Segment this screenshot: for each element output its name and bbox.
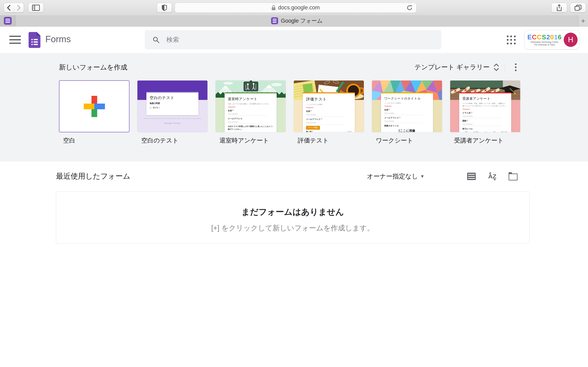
lock-icon xyxy=(272,5,276,10)
refresh-icon xyxy=(406,5,413,11)
tab-overview-button[interactable] xyxy=(570,3,586,12)
thumb-form-card: 空白のテスト 無題の問題 選択肢 1 xyxy=(146,92,199,115)
recent-section: 最近使用したフォーム オーナー指定なし ▾ AZ まだフォームはありません [+… xyxy=(0,161,588,244)
forms-favicon-icon xyxy=(4,17,12,25)
template-card-course-evaluation[interactable]: 受講者アンケート コースの構成、内容、講師についてのご意見・ご感想など、修了した… xyxy=(450,80,520,132)
template-section: 新しいフォームを作成 テンプレート ギャラリー 空白 xyxy=(0,53,588,161)
dropdown-arrow-icon: ▾ xyxy=(421,173,424,179)
template-card-blank[interactable] xyxy=(59,80,130,132)
template-gallery-label: テンプレート ギャラリー xyxy=(415,63,490,72)
thumb-form-card: 受講者アンケート コースの構成、内容、講師についてのご意見・ご感想など、修了した… xyxy=(459,92,511,132)
plus-icon: + xyxy=(581,17,585,25)
forward-button[interactable] xyxy=(14,3,24,12)
empty-state: まだフォームはありません [+] をクリックして新しいフォームを作成します。 xyxy=(56,192,529,244)
forms-logo-icon[interactable] xyxy=(29,32,40,48)
privacy-report-button[interactable] xyxy=(157,3,172,12)
template-gallery-button[interactable]: テンプレート ギャラリー xyxy=(415,63,499,72)
search-input[interactable] xyxy=(166,36,433,43)
template-label: 空白のテスト xyxy=(141,136,208,145)
open-file-picker-button[interactable] xyxy=(508,171,518,181)
thumb-form-card: 評価テスト ここにテキストを挿入。 *Required 名前 * Your an… xyxy=(303,92,355,132)
pinned-tab-forms[interactable] xyxy=(0,15,16,26)
forms-header: Forms ECCS2016 Information Technology Ce… xyxy=(0,26,588,53)
shield-icon xyxy=(162,4,167,11)
sidebar-icon xyxy=(32,5,40,11)
list-view-icon xyxy=(467,173,476,180)
divider xyxy=(505,63,505,72)
template-card-worksheet[interactable]: ワークシートのタイトル ここにテキストを挿入。 *Required 名前 * Y… xyxy=(372,80,442,132)
browser-toolbar: docs.google.com xyxy=(0,0,588,15)
tab-title: Google フォーム xyxy=(281,17,323,25)
account-card[interactable]: ECCS2016 Information Technology Center T… xyxy=(524,30,579,49)
refresh-button[interactable] xyxy=(406,5,413,11)
eccs-logo-text: ECCS2016 xyxy=(527,33,562,41)
template-card-assessment[interactable]: 評価テスト ここにテキストを挿入。 *Required 名前 * Your an… xyxy=(294,80,364,132)
radio-icon xyxy=(150,107,151,109)
thumb-form-card: ワークシートのタイトル ここにテキストを挿入。 *Required 名前 * Y… xyxy=(381,92,433,132)
template-label: 空白 xyxy=(63,136,130,145)
eccs-subtitle-2: The University of Tokyo xyxy=(527,44,562,46)
eccs-subtitle-1: Information Technology Center xyxy=(527,41,562,44)
sidebar-toggle-button[interactable] xyxy=(28,3,44,12)
list-view-button[interactable] xyxy=(467,171,476,181)
unfold-more-icon xyxy=(493,63,499,72)
template-options-button[interactable] xyxy=(511,63,520,72)
thumb-brand: Google Forms xyxy=(138,122,208,124)
template-label: 退室時アンケート xyxy=(219,136,286,145)
forms-favicon-icon xyxy=(271,17,278,24)
template-label: 受講者アンケート xyxy=(454,136,520,145)
kebab-icon xyxy=(515,63,517,65)
avatar[interactable]: H xyxy=(564,33,578,47)
search-icon xyxy=(153,36,159,43)
hamburger-icon xyxy=(9,36,21,37)
tab-bar: Google フォーム + xyxy=(0,15,588,26)
app-title: Forms xyxy=(45,34,71,44)
main-menu-button[interactable] xyxy=(9,34,21,45)
template-card-exit-survey[interactable]: 退室時アンケート 今日このクラスを出る前に、次の質問に答えてください。 *Req… xyxy=(215,80,286,132)
empty-state-title: まだフォームはありません xyxy=(56,206,529,217)
back-button[interactable] xyxy=(4,3,14,12)
active-tab[interactable]: Google フォーム xyxy=(16,15,578,26)
eccs-logo: ECCS2016 Information Technology Center T… xyxy=(527,33,562,46)
sort-button[interactable]: AZ xyxy=(487,171,497,181)
template-label: 評価テスト xyxy=(298,136,364,145)
tabs-overview-icon xyxy=(575,5,581,11)
folder-icon xyxy=(509,174,518,180)
template-section-title: 新しいフォームを作成 xyxy=(59,63,127,72)
address-bar[interactable]: docs.google.com xyxy=(175,3,416,13)
owner-filter-dropdown[interactable]: オーナー指定なし ▾ xyxy=(367,172,424,181)
sort-az-icon: AZ xyxy=(488,173,496,180)
chevron-left-icon xyxy=(6,4,11,11)
google-plus-icon xyxy=(84,96,105,117)
share-button[interactable] xyxy=(551,3,567,12)
empty-state-subtitle: [+] をクリックして新しいフォームを作成します。 xyxy=(56,223,529,233)
share-icon xyxy=(556,4,562,11)
apps-grid-icon xyxy=(507,35,509,37)
template-cards-row: 空白 空白のテスト 無題の問題 選択肢 1 This content is ne… xyxy=(59,80,531,145)
template-label: ワークシート xyxy=(376,136,442,145)
apps-grid-button[interactable] xyxy=(506,35,517,45)
search-bar[interactable] xyxy=(145,30,441,49)
chevron-right-icon xyxy=(16,4,21,11)
url-text: docs.google.com xyxy=(278,4,320,11)
thumb-form-card: 退室時アンケート 今日このクラスを出る前に、次の質問に答えてください。 *Req… xyxy=(225,92,277,132)
new-tab-button[interactable]: + xyxy=(578,15,588,26)
recent-section-title: 最近使用したフォーム xyxy=(56,171,130,181)
thumb-disclaimer: This content is neither created nor endo… xyxy=(141,118,203,119)
template-card-blank-quiz[interactable]: 空白のテスト 無題の問題 選択肢 1 This content is neith… xyxy=(137,80,208,132)
